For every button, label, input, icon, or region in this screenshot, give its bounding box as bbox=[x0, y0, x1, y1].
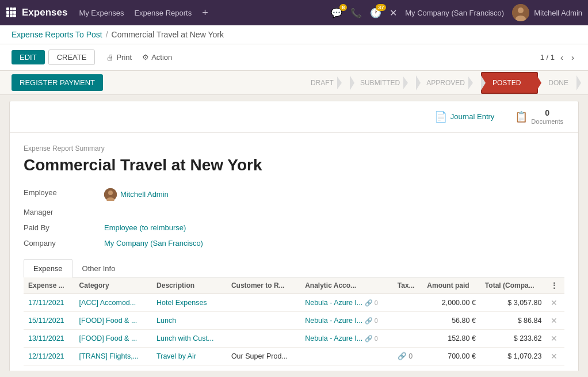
cell-category[interactable]: [ACC] Accomod... bbox=[75, 294, 152, 311]
cell-tax bbox=[393, 311, 423, 329]
cell-customer bbox=[227, 329, 300, 347]
step-submitted: SUBMITTED bbox=[350, 73, 416, 93]
svg-rect-5 bbox=[13, 11, 16, 14]
expense-table: Expense ... Category Description Custome… bbox=[24, 277, 564, 365]
company-value[interactable]: My Company (San Francisco) bbox=[104, 237, 564, 250]
cell-description[interactable]: Hotel Expenses bbox=[152, 294, 227, 311]
cell-amount-paid: 2,000.00 € bbox=[422, 294, 480, 311]
main-content: 📄 Journal Entry 📋 0 Documents Expense Re… bbox=[0, 95, 588, 371]
pager: 1 / 1 ‹ › bbox=[540, 51, 576, 63]
journal-entry-button[interactable]: 📄 Journal Entry bbox=[429, 108, 501, 125]
col-description: Description bbox=[152, 277, 227, 294]
paperclip-icon: 🔗 0 bbox=[365, 335, 378, 342]
paid-by-value[interactable]: Employee (to reimburse) bbox=[104, 221, 564, 234]
cell-tax bbox=[393, 294, 423, 311]
cell-date[interactable]: 12/11/2021 bbox=[24, 347, 75, 365]
svg-rect-0 bbox=[6, 7, 9, 10]
cell-delete[interactable]: ✕ bbox=[546, 347, 564, 365]
employee-value[interactable]: Mitchell Admin bbox=[104, 186, 564, 203]
breadcrumb: Expense Reports To Post / Commercial Tra… bbox=[0, 25, 588, 44]
svg-rect-4 bbox=[10, 11, 13, 14]
company-name: My Company (San Francisco) bbox=[405, 9, 504, 17]
documents-button[interactable]: 📋 0 Documents bbox=[509, 106, 569, 128]
table-row: 12/11/2021 [TRANS] Flights,... Travel by… bbox=[24, 347, 564, 365]
clock-icon-btn[interactable]: 🕐37 bbox=[370, 7, 381, 18]
cell-delete[interactable]: ✕ bbox=[546, 294, 564, 311]
close-icon-btn[interactable]: ✕ bbox=[390, 7, 397, 18]
app-brand: Expenses bbox=[22, 7, 67, 18]
tab-other-info[interactable]: Other Info bbox=[72, 259, 125, 277]
print-icon: 🖨 bbox=[106, 53, 114, 62]
col-customer: Customer to R... bbox=[227, 277, 300, 294]
phone-icon-btn[interactable]: 📞 bbox=[350, 7, 362, 18]
cell-category[interactable]: [FOOD] Food & ... bbox=[75, 329, 152, 347]
svg-point-10 bbox=[518, 7, 524, 13]
delete-row-button[interactable]: ✕ bbox=[551, 316, 558, 325]
create-button[interactable]: CREATE bbox=[48, 49, 96, 65]
smart-buttons-bar: 📄 Journal Entry 📋 0 Documents bbox=[10, 101, 578, 133]
cell-total: $ 1,070.23 bbox=[480, 347, 547, 365]
gear-icon: ⚙ bbox=[142, 53, 149, 62]
cell-delete[interactable]: ✕ bbox=[546, 329, 564, 347]
documents-label: Documents bbox=[531, 118, 563, 125]
cell-category[interactable]: [FOOD] Food & ... bbox=[75, 311, 152, 329]
cell-category[interactable]: [TRANS] Flights,... bbox=[75, 347, 152, 365]
cell-analytic: Nebula - Azure I... 🔗 0 bbox=[300, 311, 393, 329]
status-steps: DRAFT SUBMITTED APPROVED POSTED DONE bbox=[303, 72, 576, 94]
column-options-icon[interactable]: ⋮ bbox=[551, 281, 558, 290]
tab-bar: Expense Other Info bbox=[24, 259, 564, 277]
edit-button[interactable]: EDIT bbox=[12, 50, 45, 64]
breadcrumb-parent[interactable]: Expense Reports To Post bbox=[12, 30, 102, 39]
delete-row-button[interactable]: ✕ bbox=[551, 298, 558, 307]
cell-amount-paid: 152.80 € bbox=[422, 329, 480, 347]
documents-count: 0 bbox=[545, 108, 549, 118]
step-draft: DRAFT bbox=[303, 73, 350, 93]
chat-icon-btn[interactable]: 💬8 bbox=[331, 7, 342, 18]
nav-my-expenses[interactable]: My Expenses bbox=[79, 9, 124, 17]
cell-total: $ 86.84 bbox=[480, 311, 547, 329]
delete-row-button[interactable]: ✕ bbox=[551, 334, 558, 343]
clock-badge: 37 bbox=[376, 4, 386, 11]
step-posted[interactable]: POSTED bbox=[481, 72, 538, 94]
cell-analytic bbox=[300, 347, 393, 365]
svg-point-13 bbox=[108, 191, 113, 195]
prev-page-button[interactable]: ‹ bbox=[558, 51, 566, 63]
cell-date[interactable]: 13/11/2021 bbox=[24, 329, 75, 347]
cell-delete[interactable]: ✕ bbox=[546, 311, 564, 329]
col-analytic: Analytic Acco... bbox=[300, 277, 393, 294]
table-row: 13/11/2021 [FOOD] Food & ... Lunch with … bbox=[24, 329, 564, 347]
svg-rect-6 bbox=[6, 14, 9, 17]
username: Mitchell Admin bbox=[534, 9, 582, 17]
cell-total: $ 233.62 bbox=[480, 329, 547, 347]
pager-count: 1 / 1 bbox=[540, 53, 555, 62]
print-button[interactable]: 🖨 Print bbox=[106, 53, 132, 62]
cell-description[interactable]: Travel by Air bbox=[152, 347, 227, 365]
form-fields: Employee Mitchell Admin Manager Paid By … bbox=[24, 186, 564, 250]
tab-expense[interactable]: Expense bbox=[24, 259, 72, 277]
nav-expense-reports[interactable]: Expense Reports bbox=[134, 9, 192, 17]
cell-description[interactable]: Lunch with Cust... bbox=[152, 329, 227, 347]
grid-icon[interactable] bbox=[6, 7, 16, 19]
add-line-button[interactable]: Add a line bbox=[24, 365, 66, 371]
svg-rect-2 bbox=[13, 7, 16, 10]
manager-value bbox=[104, 205, 564, 219]
cell-date[interactable]: 15/11/2021 bbox=[24, 311, 75, 329]
company-label: Company bbox=[24, 237, 98, 250]
table-row: 15/11/2021 [FOOD] Food & ... Lunch Nebul… bbox=[24, 311, 564, 329]
col-actions: ⋮ bbox=[546, 277, 564, 294]
journal-entry-icon: 📄 bbox=[434, 111, 447, 123]
cell-customer bbox=[227, 311, 300, 329]
cell-customer: Our Super Prod... bbox=[227, 347, 300, 365]
breadcrumb-current: Commercial Travel at New York bbox=[112, 30, 224, 39]
cell-analytic: Nebula - Azure I... 🔗 0 bbox=[300, 294, 393, 311]
manager-label: Manager bbox=[24, 205, 98, 219]
breadcrumb-separator: / bbox=[106, 30, 108, 39]
action-button[interactable]: ⚙ Action bbox=[142, 53, 172, 62]
next-page-button[interactable]: › bbox=[569, 51, 576, 63]
cell-date[interactable]: 17/11/2021 bbox=[24, 294, 75, 311]
cell-description[interactable]: Lunch bbox=[152, 311, 227, 329]
register-payment-button[interactable]: REGISTER PAYMENT bbox=[12, 74, 103, 91]
nav-plus-icon[interactable]: + bbox=[202, 7, 208, 19]
delete-row-button[interactable]: ✕ bbox=[551, 352, 558, 361]
section-label: Expense Report Summary bbox=[24, 144, 564, 153]
